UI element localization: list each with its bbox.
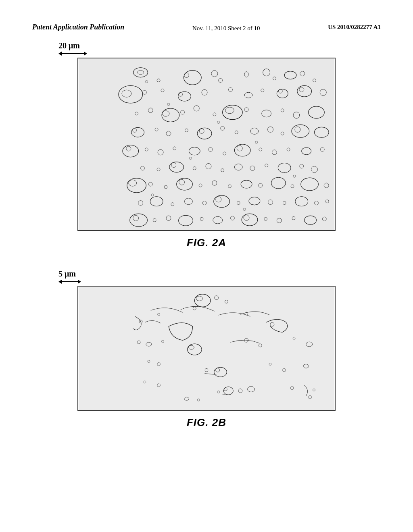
svg-rect-138 — [79, 287, 334, 410]
scale-line-2b — [62, 281, 78, 282]
scale-bar-2b: 5 μm — [58, 269, 81, 284]
figure-2b-section: 5 μm — [0, 269, 413, 433]
figure-2b-label: FIG. 2B — [187, 416, 226, 429]
microscopy-image-2b — [77, 286, 336, 411]
publication-title: Patent Application Publication — [32, 22, 124, 32]
scale-label-2a: 20 μm — [58, 41, 87, 50]
scale-bar-2a: 20 μm — [58, 41, 87, 56]
arrow-right-2a — [84, 52, 87, 56]
page: Patent Application Publication Nov. 11, … — [0, 0, 413, 532]
svg-rect-0 — [79, 58, 334, 230]
arrow-left-2b — [58, 280, 62, 284]
scale-arrow-2a — [58, 52, 87, 56]
publication-date-sheet: Nov. 11, 2010 Sheet 2 of 10 — [192, 22, 260, 33]
figure-2a-label: FIG. 2A — [187, 237, 226, 249]
publication-number: US 2010/0282277 A1 — [328, 22, 381, 31]
microscopy-svg-2a — [78, 58, 335, 230]
arrow-left-2a — [58, 52, 62, 56]
scale-label-2b: 5 μm — [58, 269, 81, 278]
page-header: Patent Application Publication Nov. 11, … — [0, 0, 413, 41]
section-gap — [0, 253, 413, 269]
microscopy-svg-2b — [78, 287, 335, 410]
scale-line-2a — [62, 53, 84, 54]
figure-2a-section: 20 μm — [0, 41, 413, 253]
scale-arrow-2b — [58, 280, 81, 284]
microscopy-image-2a — [77, 58, 336, 231]
arrow-right-2b — [78, 280, 81, 284]
